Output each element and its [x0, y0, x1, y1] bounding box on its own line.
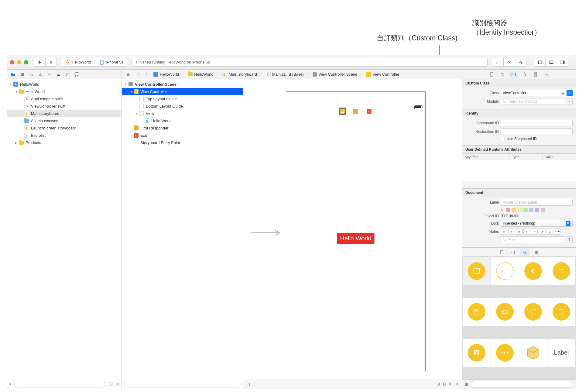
attributes-table-body[interactable]	[462, 160, 576, 181]
recent-filter-icon[interactable]: 🕓	[108, 382, 113, 386]
navigator-item[interactable]: Assets.xcassets	[7, 117, 122, 124]
notes-format-bar[interactable]: ≡≡≡≡ ⋯↗a⋯▾	[501, 229, 560, 235]
hello-world-label[interactable]: Hello World	[337, 233, 375, 244]
run-button[interactable]	[34, 58, 45, 67]
view-controller-canvas[interactable]: ⎋ Hello World	[286, 91, 426, 371]
outline-item[interactable]: ▼View	[122, 110, 243, 117]
restoration-id-field[interactable]	[501, 128, 573, 135]
object-library-tab[interactable]: ◎	[520, 249, 529, 256]
library-item[interactable]	[519, 298, 547, 326]
test-navigator-tab[interactable]: ◇	[46, 71, 53, 78]
library-item[interactable]	[547, 257, 575, 285]
breakpoint-navigator-tab[interactable]: ▢	[64, 71, 71, 78]
minimize-button[interactable]	[17, 60, 21, 64]
outline-item[interactable]: Bottom Layout Guide	[122, 102, 243, 110]
library-item[interactable]	[491, 257, 519, 285]
module-dropdown[interactable]: ▾	[567, 98, 573, 105]
toggle-navigator-button[interactable]	[534, 58, 545, 67]
resolve-icon[interactable]: ⊪	[456, 382, 459, 386]
library-item[interactable]	[491, 339, 519, 367]
class-field[interactable]	[501, 90, 566, 96]
media-library-tab[interactable]: ▦	[532, 249, 541, 256]
assistant-editor-button[interactable]	[503, 58, 515, 67]
navigator-item[interactable]: ▶Products	[7, 139, 122, 146]
breadcrumb[interactable]: View Controller Scene	[313, 72, 357, 77]
breadcrumb[interactable]: HelloWorld	[188, 72, 213, 77]
vc-dock-icon[interactable]	[339, 108, 346, 115]
breadcrumb[interactable]: ◧Main.storyboard	[222, 72, 257, 77]
outline-item[interactable]: ▼View Controller Scene	[122, 81, 243, 88]
stop-button[interactable]	[45, 58, 57, 67]
library-item[interactable]	[519, 257, 547, 285]
maximize-button[interactable]	[24, 60, 28, 64]
find-navigator-tab[interactable]	[28, 71, 35, 78]
outline-item[interactable]: ▼View Controller	[122, 88, 243, 95]
identity-inspector-tab[interactable]	[509, 71, 518, 78]
issue-navigator-tab[interactable]: ⚠	[37, 71, 44, 78]
navigator-item[interactable]: SAppDelegate.swift	[7, 95, 122, 102]
storyboard-canvas[interactable]: ⎋ Hello World ▢ ⊞ ⊟ ⊩ ⊪	[243, 79, 462, 389]
breadcrumb[interactable]: HelloWorld	[153, 72, 179, 77]
outline-item[interactable]: BHello World	[122, 117, 243, 124]
file-template-library-tab[interactable]	[497, 249, 506, 256]
navigator-item[interactable]: SViewController.swift	[7, 102, 122, 110]
font-field[interactable]	[501, 236, 564, 243]
outline-item[interactable]: →Storyboard Entry Point	[122, 139, 243, 146]
align-icon[interactable]: ⊟	[443, 382, 446, 386]
module-field[interactable]	[501, 98, 565, 105]
storyboard-id-field[interactable]	[501, 120, 573, 126]
quick-help-tab[interactable]: ?⃝	[498, 71, 507, 78]
report-navigator-tab[interactable]: 💬	[73, 71, 81, 78]
outline-item[interactable]: Top Layout Guide	[122, 95, 243, 102]
remove-attribute-button[interactable]: −	[470, 183, 473, 187]
project-navigator-tab[interactable]	[9, 71, 17, 78]
scm-filter-icon[interactable]: ⊠	[116, 382, 119, 386]
navigator-item[interactable]: ▼HelloWorld	[7, 88, 122, 95]
lock-select[interactable]: Inherited - (Nothing) ⇅	[501, 220, 573, 227]
breadcrumb[interactable]: ◧Main.st…d (Base)	[266, 72, 304, 77]
library-item[interactable]	[491, 298, 519, 326]
outline-item[interactable]: First Responder	[122, 124, 243, 132]
library-item[interactable]	[463, 339, 491, 367]
library-item[interactable]	[463, 257, 491, 285]
pin-icon[interactable]: ⊩	[449, 382, 453, 386]
document-label-field[interactable]	[501, 199, 573, 206]
use-storyboard-id-checkbox[interactable]	[501, 137, 505, 141]
file-inspector-tab[interactable]	[487, 71, 496, 78]
symbol-navigator-tab[interactable]: ⊞	[19, 71, 26, 78]
outline-filter[interactable]	[124, 381, 241, 387]
debug-navigator-tab[interactable]: ☰	[55, 71, 62, 78]
auto-layout-icon[interactable]: ⊞	[437, 382, 440, 386]
navigator-item[interactable]: ◧Main.storyboard	[7, 110, 122, 117]
navigator-item[interactable]: ◧LaunchScreen.storyboard	[7, 124, 122, 132]
toggle-debug-button[interactable]	[545, 58, 557, 67]
standard-editor-button[interactable]	[492, 58, 503, 67]
add-attribute-button[interactable]: +	[465, 183, 467, 187]
toggle-utilities-button[interactable]	[557, 58, 568, 67]
outline-item[interactable]: ⎋Exit	[122, 132, 243, 139]
library-filter[interactable]	[471, 381, 573, 388]
connections-inspector-tab[interactable]: →⃝	[542, 71, 551, 78]
library-item[interactable]	[519, 339, 547, 367]
navigator-filter[interactable]	[14, 381, 106, 387]
scheme-selector[interactable]: HelloWorld 〉 iPhone 5s	[61, 58, 127, 67]
add-button[interactable]: +	[9, 382, 12, 386]
library-item[interactable]	[463, 298, 491, 326]
label-color-picker[interactable]	[506, 208, 545, 212]
library-view-mode-icon[interactable]: ⊞	[465, 382, 468, 387]
nav-forward-button[interactable]: 〉	[144, 71, 151, 78]
navigator-item[interactable]: iInfo.plist	[7, 132, 122, 139]
breadcrumb[interactable]: View Controller	[366, 72, 399, 77]
attributes-inspector-tab[interactable]	[520, 71, 529, 78]
outline-toggle-icon[interactable]: ▢	[246, 382, 250, 386]
code-snippet-library-tab[interactable]: { }	[509, 249, 518, 256]
close-button[interactable]	[10, 60, 14, 64]
size-inspector-tab[interactable]	[531, 71, 540, 78]
exit-dock-icon[interactable]: ⎋	[365, 108, 373, 115]
related-items-icon[interactable]: ⊞	[124, 71, 132, 78]
library-item-label[interactable]: Label	[547, 339, 575, 367]
version-editor-button[interactable]	[515, 58, 526, 67]
navigator-item[interactable]: ▼AHelloWorld	[7, 81, 122, 88]
library-item[interactable]	[547, 298, 575, 326]
class-dropdown[interactable]: ▾	[567, 90, 573, 96]
